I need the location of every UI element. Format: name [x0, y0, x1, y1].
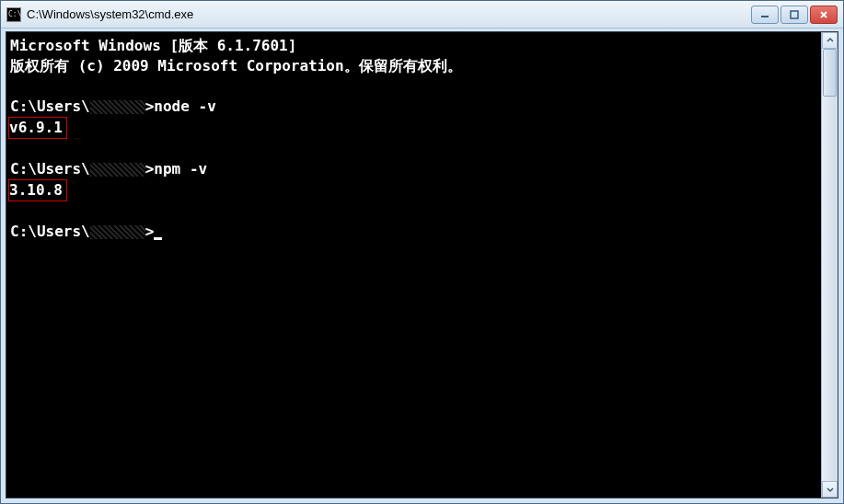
banner-line-1: Microsoft Windows [版本 6.1.7601]: [10, 36, 817, 56]
content-area: Microsoft Windows [版本 6.1.7601]版权所有 (c) …: [6, 31, 838, 498]
scroll-track[interactable]: [822, 49, 838, 481]
output-1-highlight: v6.9.1: [8, 117, 67, 139]
redacted-username: [90, 163, 145, 177]
chevron-up-icon: [827, 37, 834, 44]
window-title: C:\Windows\system32\cmd.exe: [27, 7, 751, 21]
prompt-prefix: C:\Users\: [10, 97, 90, 115]
minimize-button[interactable]: [751, 6, 779, 24]
minimize-icon: [760, 10, 769, 19]
chevron-down-icon: [827, 486, 834, 493]
cmd-window: C:\ C:\Windows\system32\cmd.exe Microsof…: [0, 0, 844, 504]
cursor: [154, 237, 162, 240]
cmd-icon: C:\: [6, 7, 21, 22]
maximize-button[interactable]: [780, 6, 808, 24]
scroll-up-button[interactable]: [822, 32, 838, 49]
window-controls: [751, 6, 838, 24]
command-1: node -v: [154, 97, 215, 115]
output-2-highlight: 3.10.8: [8, 179, 67, 201]
redacted-username: [90, 100, 145, 114]
close-button[interactable]: [810, 6, 838, 24]
prompt-prefix: C:\Users\: [10, 160, 90, 178]
titlebar[interactable]: C:\ C:\Windows\system32\cmd.exe: [1, 1, 843, 29]
prompt-line-3: C:\Users\>: [10, 222, 817, 242]
prompt-line-1: C:\Users\>node -v: [10, 97, 817, 117]
prompt-suffix: >: [145, 160, 155, 178]
svg-rect-1: [791, 11, 798, 18]
scroll-down-button[interactable]: [822, 481, 838, 498]
maximize-icon: [790, 10, 799, 19]
prompt-suffix: >: [145, 223, 155, 240]
prompt-prefix: C:\Users\: [10, 223, 90, 240]
prompt-suffix: >: [145, 97, 155, 115]
terminal-output[interactable]: Microsoft Windows [版本 6.1.7601]版权所有 (c) …: [6, 32, 821, 498]
scroll-thumb[interactable]: [823, 49, 837, 97]
command-2: npm -v: [154, 160, 207, 178]
redacted-username: [90, 225, 145, 239]
prompt-line-2: C:\Users\>npm -v: [10, 159, 817, 179]
vertical-scrollbar[interactable]: [821, 32, 838, 498]
close-icon: [819, 10, 828, 19]
output-2: 3.10.8: [9, 181, 63, 199]
output-1: v6.9.1: [9, 119, 63, 136]
banner-line-2: 版权所有 (c) 2009 Microsoft Corporation。保留所有…: [10, 56, 817, 76]
